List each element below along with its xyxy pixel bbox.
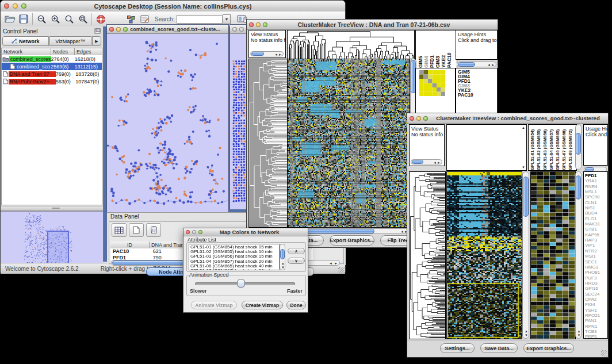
detail-heatmap-canvas[interactable] <box>530 171 576 339</box>
minimize-icon[interactable] <box>192 230 196 234</box>
minimize-icon[interactable] <box>239 27 244 32</box>
gene-label[interactable]: GTB1 <box>585 227 607 232</box>
column-label[interactable]: GPL51-01 (GSM854) <box>530 125 536 170</box>
network-window-title-bar[interactable]: combined_scores_good.txt--cluste... <box>107 25 228 34</box>
zoom-fit-icon[interactable] <box>76 13 90 25</box>
speed-slider-thumb[interactable] <box>237 279 245 288</box>
scroll-left-icon[interactable]: ◄ <box>433 161 437 164</box>
close-icon[interactable] <box>249 22 254 27</box>
help-icon[interactable] <box>94 13 108 25</box>
main-title-bar[interactable]: Cytoscape Desktop (Session Name: collins… <box>1 1 345 12</box>
network-table-header[interactable]: Network Nodes Edges <box>2 48 102 55</box>
attribute-listbox[interactable]: GPL51-01 (GSM854) heat shock 05 minGPL51… <box>189 244 280 270</box>
row-dendrogram-canvas[interactable] <box>248 59 288 228</box>
move-down-button[interactable]: ∨ <box>288 258 305 264</box>
scroll-up-icon[interactable]: ▲ <box>522 126 525 129</box>
tab-overflow-icon[interactable]: ▶ <box>92 36 101 46</box>
gene-label[interactable]: HMG1 <box>585 265 607 270</box>
detail-heatmap-canvas[interactable] <box>419 70 445 96</box>
column-label[interactable]: GIM4 <box>423 30 429 68</box>
minimize-icon[interactable] <box>116 27 121 32</box>
gene-label[interactable]: BUD4 <box>585 210 607 216</box>
gene-label[interactable]: YSH1 <box>585 308 607 313</box>
zoom-out-icon[interactable] <box>35 13 48 25</box>
scroll-down-icon[interactable]: ▼ <box>522 166 525 169</box>
column-label[interactable]: PAC10 <box>446 30 452 68</box>
scroll-up-icon[interactable]: ▲ <box>281 262 285 265</box>
close-icon[interactable] <box>410 116 414 121</box>
close-icon[interactable] <box>109 27 114 32</box>
gene-label[interactable]: NTR2 <box>585 248 607 254</box>
scroll-down-icon[interactable]: ▼ <box>577 334 581 337</box>
export-graphics-button[interactable]: Export Graphics... <box>330 235 374 246</box>
scroll-right-icon[interactable]: ► <box>278 53 282 56</box>
gene-label[interactable]: SPC98 <box>585 194 607 200</box>
gene-label[interactable]: HRD3 <box>585 281 607 286</box>
gene-label[interactable]: PAC10 <box>458 93 497 97</box>
heatmap-canvas[interactable] <box>446 171 522 339</box>
network-canvas[interactable] <box>107 34 228 212</box>
gene-label[interactable]: RPO21 <box>585 313 607 318</box>
scroll-right-icon[interactable]: ► <box>437 161 441 164</box>
column-label[interactable]: GPL51-02 (GSM855) <box>536 125 542 170</box>
col-network[interactable]: Network <box>2 48 51 55</box>
column-label[interactable]: GPL51-06 (GSM865) <box>555 125 561 170</box>
minimize-icon[interactable] <box>13 3 18 9</box>
column-labels-vscrollbar[interactable] <box>575 124 582 170</box>
gene-label[interactable]: PHO81 <box>585 270 607 275</box>
network-row-combined-sco-selected[interactable]: combined_sco 2569(6) 13112(15) <box>2 63 102 70</box>
treeview2-title-bar[interactable]: ClusterMaker TreeView : combined_scores_… <box>407 113 608 124</box>
view-status-hscrollbar[interactable]: ◄ ► <box>411 159 442 164</box>
node-attributes-icon[interactable] <box>124 13 137 25</box>
move-up-button[interactable]: ∧ <box>288 248 305 254</box>
save-session-icon[interactable] <box>17 13 30 25</box>
open-session-icon[interactable] <box>3 13 17 25</box>
row-dendrogram-canvas[interactable] <box>409 171 446 339</box>
gene-label[interactable]: PEP5 <box>585 334 607 339</box>
gene-label[interactable]: ELG1 <box>585 216 607 221</box>
search-input[interactable] <box>177 15 223 24</box>
gene-label[interactable]: FIG4 <box>585 302 607 307</box>
gene-label[interactable]: VIP1 <box>585 243 607 248</box>
done-button[interactable]: Done <box>286 301 306 309</box>
new-attribute-icon[interactable] <box>129 223 144 237</box>
view-status-hscrollbar[interactable]: ◄ ► <box>250 51 284 56</box>
column-label[interactable]: GPL51-03 (GSM856) <box>542 125 549 170</box>
dialog-title-bar[interactable]: Map Colors to Network <box>183 228 308 236</box>
column-dendrogram-area[interactable]: ▲ ▼ <box>446 124 527 171</box>
tab-network[interactable]: Network <box>2 36 49 46</box>
gene-label[interactable]: PAN1 <box>585 318 607 323</box>
zoom-window-icon[interactable] <box>423 116 428 121</box>
gene-label[interactable]: GPI16 <box>585 286 607 291</box>
column-label[interactable]: GPL51-07 (GSM868) <box>561 125 568 170</box>
network-row-combined-scores[interactable]: combined_scores 2764(0) 16218(0) <box>2 55 102 63</box>
column-label[interactable]: GPL51-04 (GSM857) <box>549 125 555 170</box>
close-icon[interactable] <box>4 3 9 9</box>
speed-slider-track[interactable] <box>195 282 295 285</box>
attribute-table-icon[interactable] <box>112 223 127 237</box>
gene-label[interactable]: PFD1 <box>585 173 607 178</box>
gene-label[interactable]: TCB3 <box>585 329 607 334</box>
usage-hints-hscrollbar[interactable]: ◄ ► <box>457 62 496 67</box>
gene-label[interactable]: HAP3 <box>585 237 607 243</box>
gene-label[interactable]: RNR4 <box>585 184 607 189</box>
gene-label[interactable]: MSL1 <box>585 189 607 194</box>
resize-grip[interactable] <box>338 267 345 273</box>
scroll-left-icon[interactable]: ◄ <box>400 230 404 233</box>
scroll-right-icon[interactable]: ► <box>334 262 338 265</box>
col-edges[interactable]: Edges <box>75 48 102 55</box>
treeview1-title-bar[interactable]: ClusterMaker TreeView : DNA and Tran 07-… <box>247 20 498 30</box>
panel-splitter[interactable] <box>1 206 103 211</box>
gene-label[interactable]: SEC24 <box>585 292 607 297</box>
float-panel-icon[interactable] <box>94 28 101 34</box>
gene-label[interactable]: MSI1 <box>585 254 607 259</box>
export-graphics-button[interactable]: Export Graphics... <box>523 343 574 353</box>
scroll-right-icon[interactable]: ► <box>491 63 495 67</box>
column-label[interactable]: GPL51-08 (GSM872) <box>568 125 574 170</box>
network-row-dna-tran[interactable]: DNA and Tran 07 769(0) 183728(0) <box>2 70 102 78</box>
column-label[interactable]: PFD1 <box>429 30 435 68</box>
zoom-window-icon[interactable] <box>123 27 128 32</box>
scroll-left-icon[interactable]: ◄ <box>487 63 491 67</box>
search-dropdown-icon[interactable]: ▼ <box>223 14 231 24</box>
col-nodes[interactable]: Nodes <box>51 48 75 55</box>
